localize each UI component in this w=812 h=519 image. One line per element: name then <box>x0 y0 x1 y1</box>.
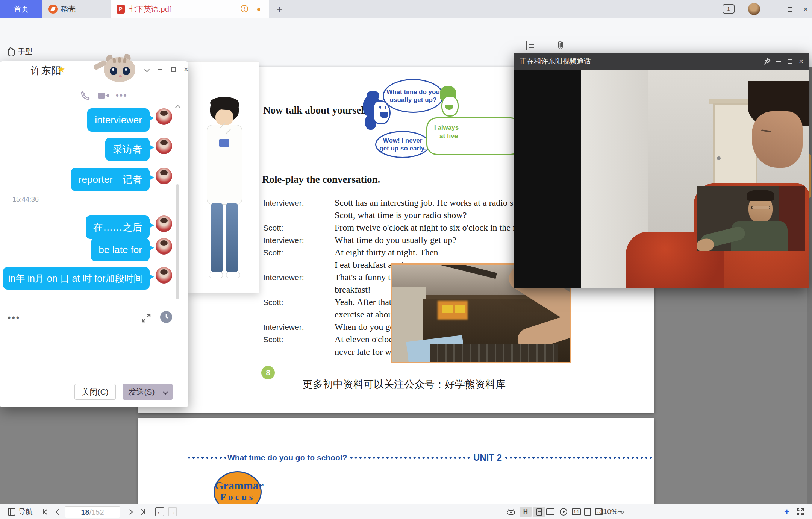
character-shoe-right <box>226 272 240 278</box>
chat-contact-name: 许东阳 <box>31 64 61 77</box>
video-call-window: 正在和许东阳视频通话 × <box>514 53 809 288</box>
voice-call-icon[interactable] <box>79 90 92 101</box>
avatar <box>156 138 172 154</box>
video-close-icon[interactable]: × <box>795 53 807 70</box>
video-minimize-icon[interactable] <box>773 53 784 70</box>
footer-note: 更多初中资料可以关注公众号：好学熊资料库 <box>303 378 506 391</box>
chat-timestamp: 15:44:36 <box>12 196 39 203</box>
avatar <box>156 238 172 255</box>
fit-page-button[interactable] <box>582 504 593 519</box>
speech-bubble-1: What time do youusually get up? <box>383 79 444 113</box>
video-call-icon[interactable] <box>97 90 110 101</box>
avatar <box>156 267 172 284</box>
remote-video-feed <box>581 70 809 288</box>
tab-bar: 首页 稻壳 P 七下英语.pdf ! + 1 × <box>0 0 812 18</box>
send-options-icon[interactable] <box>162 389 168 395</box>
close-button[interactable]: × <box>799 0 812 18</box>
tab-docer[interactable]: 稻壳 <box>42 0 111 18</box>
forward-location-button[interactable]: → <box>167 504 178 519</box>
character-jeans-left <box>211 203 223 272</box>
last-page-button[interactable] <box>135 504 149 519</box>
message-history-clock-icon[interactable] <box>160 311 172 323</box>
account-avatar[interactable] <box>748 3 760 15</box>
navigation-toggle[interactable]: 导航 <box>5 504 35 519</box>
speech-bubble-3: I always at five <box>426 117 521 155</box>
wps-pdf-application-window: 首页 稻壳 P 七下英语.pdf ! + 1 × 文件 <box>0 0 812 519</box>
first-page-button[interactable] <box>39 504 53 519</box>
actual-size-button[interactable]: 1:1 <box>570 504 583 519</box>
single-page-view-button[interactable] <box>533 507 545 517</box>
tab-document[interactable]: P 七下英语.pdf ! <box>111 0 269 18</box>
reader-mode-button[interactable]: H <box>520 507 532 517</box>
page-number-badge: 8 <box>261 366 275 379</box>
unsaved-dot-icon <box>257 8 260 11</box>
unit-label: UNIT 2 <box>472 452 503 463</box>
chat-minimize-icon[interactable] <box>155 65 165 74</box>
cartoon-green-face <box>437 86 459 120</box>
section-heading: Now talk about yourself. <box>263 105 370 116</box>
roleplay-heading: Role-play the conversation. <box>262 174 380 185</box>
chat-maximize-icon[interactable] <box>168 65 178 74</box>
back-location-button[interactable]: ← <box>154 504 165 519</box>
character-jeans-right <box>226 203 238 272</box>
local-video-feed[interactable] <box>697 186 805 251</box>
hand-icon <box>6 46 15 57</box>
menu-bar: 文件 开始 插入 批注 编辑 页面 保护 转换 查找功能、文档内容 <box>0 18 812 38</box>
pdf-page-2: What time do you go to school? UNIT 2 Gr… <box>138 418 654 504</box>
fullscreen-button[interactable] <box>794 504 807 519</box>
hand-tool-button[interactable]: 手型 <box>6 42 32 61</box>
paperclip-icon[interactable] <box>556 40 565 50</box>
star-icon: ★ <box>57 64 65 75</box>
maximize-button[interactable] <box>783 0 796 18</box>
eye-protect-button[interactable] <box>504 504 517 519</box>
zoom-out-button[interactable]: − <box>615 504 625 519</box>
zoom-in-button[interactable]: + <box>782 504 792 519</box>
avatar <box>156 168 172 184</box>
chat-close-button[interactable]: 关闭(C) <box>74 384 116 400</box>
text-indent-icon[interactable] <box>525 40 535 50</box>
slideshow-play-button[interactable] <box>557 504 570 519</box>
chat-close-icon[interactable]: × <box>181 65 191 74</box>
input-more-icon[interactable]: ••• <box>8 313 20 323</box>
next-page-button[interactable] <box>124 504 135 519</box>
chat-scrollbar-thumb[interactable] <box>176 184 179 299</box>
video-call-titlebar[interactable]: 正在和许东阳视频通话 × <box>514 53 809 70</box>
avatar <box>156 215 172 232</box>
status-bar: 导航 18 /152 ← → H 1:1 ↔ 110% − <box>0 504 812 519</box>
chat-character-panel <box>188 61 259 293</box>
avatar <box>156 108 172 125</box>
chat-window: 许东阳 ★ × ••• interviewer 采访者 reporter 记者 … <box>0 61 188 407</box>
speech-bubble-2: Wow! I neverget up so early. <box>375 131 430 158</box>
grammar-focus-badge: Grammar Focus <box>214 471 262 504</box>
pdf-file-icon: P <box>117 5 125 14</box>
character-shirt <box>207 125 242 205</box>
video-maximize-icon[interactable] <box>784 53 795 70</box>
double-page-view-button[interactable] <box>544 507 556 517</box>
unit-banner: What time do you go to school? UNIT 2 <box>188 452 654 463</box>
docer-icon <box>48 5 58 14</box>
chat-more-icon[interactable]: ••• <box>115 90 128 101</box>
sync-warning-icon: ! <box>241 5 248 12</box>
chat-send-button[interactable]: 发送(S) <box>123 384 173 400</box>
pin-icon[interactable] <box>762 53 773 70</box>
expand-input-icon[interactable] <box>141 313 151 323</box>
cat-pet-image <box>93 54 143 83</box>
character-shoe-left <box>209 272 223 278</box>
window-switcher-button[interactable]: 1 <box>723 4 735 14</box>
previous-page-button[interactable] <box>53 504 64 519</box>
new-tab-button[interactable]: + <box>273 3 285 15</box>
minimize-button[interactable] <box>768 0 780 18</box>
video-call-title: 正在和许东阳视频通话 <box>514 56 591 66</box>
scroll-up-icon[interactable] <box>174 106 180 109</box>
nav-panel-icon <box>8 508 15 516</box>
tab-home[interactable]: 首页 <box>0 0 42 18</box>
page-number-input[interactable]: 18 /152 <box>65 506 120 518</box>
